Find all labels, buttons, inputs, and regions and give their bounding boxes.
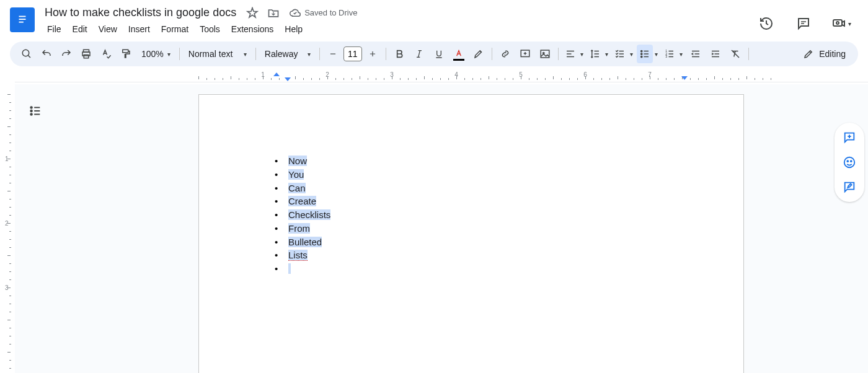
menu-edit[interactable]: Edit	[68, 22, 92, 37]
document-content[interactable]: Now You Can Create Checklists From Bulle…	[259, 154, 684, 276]
ruler-number: 7	[648, 71, 652, 78]
font-select[interactable]: Raleway ▾	[260, 45, 316, 63]
list-item-text: From	[288, 223, 310, 234]
list-item-text: Lists	[288, 250, 308, 260]
add-comment-icon[interactable]	[516, 45, 534, 63]
list-item[interactable]: From	[288, 222, 684, 235]
bullet-list[interactable]: Now You Can Create Checklists From Bulle…	[259, 154, 684, 276]
text-color-swatch	[453, 59, 464, 61]
ruler-number: 3	[5, 284, 9, 291]
line-spacing-dropdown[interactable]: ▾	[587, 45, 611, 63]
decrease-font-icon[interactable]	[324, 45, 342, 63]
page[interactable]: Now You Can Create Checklists From Bulle…	[198, 94, 744, 373]
underline-icon[interactable]	[430, 45, 448, 63]
history-icon[interactable]	[754, 11, 779, 36]
svg-point-22	[844, 157, 855, 168]
zoom-value: 100%	[141, 49, 164, 59]
docs-app-icon[interactable]	[10, 7, 35, 32]
spellcheck-icon[interactable]	[97, 45, 115, 63]
menu-extensions[interactable]: Extensions	[226, 22, 278, 37]
menu-format[interactable]: Format	[156, 22, 193, 37]
redo-icon[interactable]	[57, 45, 76, 63]
chevron-down-icon: ▾	[578, 51, 586, 58]
cloud-icon	[290, 7, 301, 19]
add-emoji-float-icon[interactable]	[838, 151, 861, 173]
comments-icon[interactable]	[791, 11, 816, 36]
saved-status[interactable]: Saved to Drive	[290, 7, 357, 19]
link-icon[interactable]	[496, 45, 515, 63]
editing-mode-select[interactable]: Editing	[798, 48, 851, 59]
suggest-edits-float-icon[interactable]	[838, 176, 861, 198]
highlight-icon[interactable]	[469, 45, 488, 63]
svg-rect-3	[833, 20, 842, 26]
ruler-number: 2	[326, 71, 329, 78]
list-item[interactable]: Bulleted	[288, 235, 684, 249]
italic-icon[interactable]	[410, 45, 428, 63]
svg-rect-0	[19, 16, 26, 17]
zoom-select[interactable]: 100% ▾	[136, 45, 175, 63]
undo-icon[interactable]	[37, 45, 56, 63]
separator	[255, 48, 256, 60]
paint-format-icon[interactable]	[117, 45, 135, 63]
toolbar: 100% ▾ Normal text ▾ Raleway ▾ ▾ ▾ ▾	[10, 42, 858, 66]
bulleted-list-icon	[637, 45, 653, 63]
insert-image-icon[interactable]	[536, 45, 554, 63]
svg-point-20	[30, 110, 32, 112]
ruler-number: 3	[390, 71, 394, 78]
ruler-number: 5	[519, 71, 523, 78]
list-item-text: Can	[288, 183, 306, 193]
menu-tools[interactable]: Tools	[195, 22, 225, 37]
menu-view[interactable]: View	[94, 22, 122, 37]
menu-bar: File Edit View Insert Format Tools Exten…	[42, 22, 754, 37]
svg-rect-9	[123, 50, 128, 53]
svg-point-24	[851, 160, 852, 162]
font-size-group	[324, 45, 382, 63]
print-icon[interactable]	[77, 45, 95, 63]
list-item[interactable]: Now	[288, 154, 684, 168]
style-value: Normal text	[188, 49, 233, 59]
separator	[748, 48, 749, 60]
ruler-horizontal[interactable]: 1234567	[15, 71, 868, 82]
star-icon[interactable]	[245, 6, 260, 20]
increase-font-icon[interactable]	[363, 45, 382, 63]
bulleted-list-dropdown[interactable]: ▾	[637, 45, 660, 63]
header: How to make checklists in google docs Sa…	[0, 0, 868, 37]
svg-rect-11	[541, 50, 549, 58]
outline-toggle-icon[interactable]	[29, 104, 42, 118]
clear-formatting-icon[interactable]	[726, 45, 745, 63]
increase-indent-icon[interactable]	[706, 45, 725, 63]
paragraph-style-select[interactable]: Normal text ▾	[184, 45, 252, 63]
list-item[interactable]: Can	[288, 182, 684, 195]
document-area: Now You Can Create Checklists From Bulle…	[15, 84, 868, 373]
menu-help[interactable]: Help	[280, 22, 308, 37]
document-title[interactable]: How to make checklists in google docs	[42, 5, 239, 20]
list-item[interactable]: Create	[288, 195, 684, 208]
ruler-vertical[interactable]: 123	[2, 84, 14, 373]
checklist-dropdown[interactable]: ▾	[612, 45, 636, 63]
list-item[interactable]	[288, 262, 684, 276]
list-item-text: Now	[288, 156, 307, 166]
list-item[interactable]: Lists	[288, 248, 684, 262]
bold-icon[interactable]	[390, 45, 409, 63]
numbered-list-icon: 123	[662, 45, 678, 63]
search-icon[interactable]	[17, 45, 36, 63]
pencil-icon	[803, 48, 814, 59]
separator	[319, 48, 320, 60]
checklist-icon	[612, 45, 628, 63]
font-size-input[interactable]	[343, 46, 362, 61]
menu-file[interactable]: File	[42, 22, 66, 37]
chevron-down-icon: ▾	[653, 51, 660, 58]
present-button[interactable]: ▾	[828, 11, 853, 36]
svg-point-23	[847, 160, 848, 162]
numbered-list-dropdown[interactable]: 123 ▾	[662, 45, 685, 63]
list-item[interactable]: You	[288, 168, 684, 182]
text-color-icon[interactable]	[450, 45, 468, 63]
decrease-indent-icon[interactable]	[686, 45, 705, 63]
list-item[interactable]: Checklists	[288, 208, 684, 222]
move-folder-icon[interactable]	[266, 6, 281, 20]
align-dropdown[interactable]: ▾	[562, 45, 586, 63]
list-item-text: You	[288, 169, 304, 180]
list-item-text: Checklists	[288, 209, 330, 220]
add-comment-float-icon[interactable]	[838, 126, 861, 149]
menu-insert[interactable]: Insert	[123, 22, 155, 37]
